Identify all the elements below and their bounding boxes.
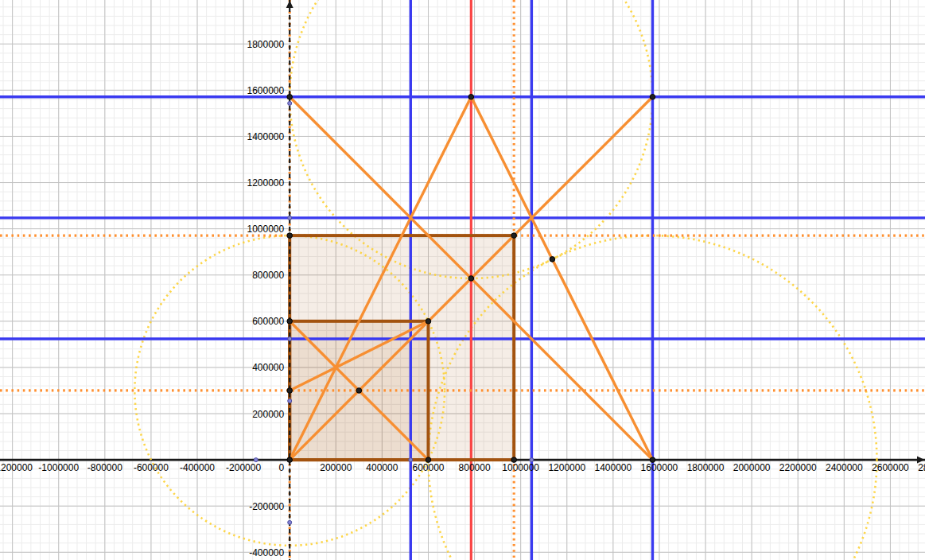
coordinate-plane[interactable]: -1200000-1000000-800000-600000-400000-20… bbox=[0, 0, 925, 560]
x-tick-label: 600000 bbox=[412, 462, 444, 473]
construction-point[interactable] bbox=[287, 95, 293, 100]
x-tick-label: 1800000 bbox=[687, 462, 725, 473]
construction-point[interactable] bbox=[287, 233, 293, 239]
x-tick-label: 2200000 bbox=[779, 462, 817, 473]
y-tick-label: 800000 bbox=[252, 270, 284, 281]
y-tick-label: 600000 bbox=[252, 316, 284, 327]
construction-point[interactable] bbox=[287, 457, 293, 463]
x-tick-label: 200000 bbox=[320, 462, 352, 473]
x-tick-label: -400000 bbox=[180, 462, 215, 473]
y-tick-label: 1800000 bbox=[247, 39, 284, 50]
construction-point[interactable] bbox=[468, 95, 474, 100]
auxiliary-point[interactable] bbox=[288, 520, 292, 524]
x-tick-label: 400000 bbox=[366, 462, 398, 473]
x-tick-label: 2800000 bbox=[918, 462, 925, 473]
y-tick-label: -400000 bbox=[249, 547, 284, 558]
construction-point[interactable] bbox=[650, 95, 655, 100]
x-tick-label: 2600000 bbox=[872, 462, 909, 473]
x-tick-label: 800000 bbox=[459, 462, 491, 473]
x-tick-label: 2000000 bbox=[733, 462, 771, 473]
y-tick-label: 1600000 bbox=[247, 85, 284, 96]
construction-point[interactable] bbox=[511, 233, 517, 239]
x-tick-label: -800000 bbox=[87, 462, 122, 473]
origin-label: 0 bbox=[279, 462, 285, 473]
x-tick-label: 1400000 bbox=[594, 462, 632, 473]
x-tick-label: -1200000 bbox=[0, 462, 33, 473]
auxiliary-point[interactable] bbox=[288, 216, 292, 220]
construction-point[interactable] bbox=[550, 257, 555, 262]
auxiliary-point[interactable] bbox=[288, 399, 292, 403]
construction-point[interactable] bbox=[356, 388, 362, 394]
x-tick-label: 1600000 bbox=[641, 462, 678, 473]
y-tick-label: 200000 bbox=[252, 409, 284, 420]
x-tick-label: -600000 bbox=[134, 462, 169, 473]
y-tick-label: -200000 bbox=[249, 501, 284, 512]
x-tick-label: 2400000 bbox=[826, 462, 863, 473]
graphics-view[interactable]: -1200000-1000000-800000-600000-400000-20… bbox=[0, 0, 925, 560]
x-tick-label: -1000000 bbox=[38, 462, 79, 473]
y-tick-label: 1400000 bbox=[247, 131, 284, 142]
x-tick-label: -200000 bbox=[226, 462, 261, 473]
x-tick-label: 1200000 bbox=[548, 462, 585, 473]
construction-point[interactable] bbox=[287, 319, 293, 325]
construction-point[interactable] bbox=[468, 276, 474, 282]
construction-point[interactable] bbox=[287, 388, 293, 394]
auxiliary-point[interactable] bbox=[288, 101, 292, 105]
y-tick-label: 1000000 bbox=[247, 224, 284, 235]
y-tick-label: 1200000 bbox=[247, 177, 284, 189]
x-tick-label: 1000000 bbox=[502, 462, 539, 473]
construction-point[interactable] bbox=[426, 319, 431, 325]
y-tick-label: 400000 bbox=[252, 362, 284, 373]
auxiliary-point[interactable] bbox=[288, 337, 292, 341]
